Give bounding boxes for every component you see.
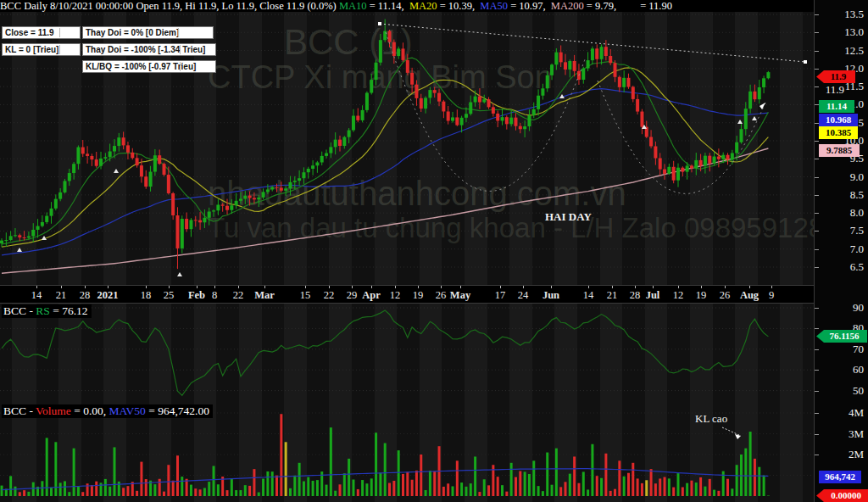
date-tick-label: 28 <box>630 289 641 302</box>
price-axis-label: 8.0 <box>850 208 864 218</box>
date-tickmark <box>460 286 461 288</box>
title-segment: = 964,742.00 <box>146 404 209 417</box>
chart-title-bar: BCC Daily 8/10/2021 00:00:00 Open 11.9, … <box>0 0 868 12</box>
date-tick-label: 28 <box>80 289 91 302</box>
date-tick-label: Jul <box>646 289 660 302</box>
axis-tickmark <box>815 249 819 250</box>
info-cell: Close = 11.9 <box>2 26 81 39</box>
date-tick-label: Mar <box>254 289 275 302</box>
rsi-axis-label: 50 <box>853 386 864 396</box>
axis-tickmark <box>815 69 819 70</box>
date-tick-label: 29 <box>347 289 358 302</box>
axis-tickmark <box>815 434 819 435</box>
date-tick-label: 24 <box>518 289 529 302</box>
date-tick-label: 19 <box>413 289 424 302</box>
rsi-axis-label: 70 <box>853 344 864 354</box>
date-tickmark <box>551 286 552 288</box>
title-segment: RS <box>36 304 50 317</box>
candlestick-series <box>0 20 770 270</box>
axis-tickmark <box>815 231 819 231</box>
rsi-value-tag: 76.1156 <box>816 330 867 343</box>
date-tickmark <box>653 286 654 288</box>
date-axis[interactable]: 14212820211825Feb822Mar152229Apr121926Ma… <box>0 285 814 304</box>
price-axis-label: 12.5 <box>844 46 864 56</box>
volume-value-tag: 0.00000 <box>816 489 868 502</box>
date-tick-label: 19 <box>696 289 707 302</box>
date-tick-label: 8 <box>212 289 217 302</box>
date-tickmark <box>197 286 198 288</box>
price-axis-label: 13.5 <box>844 9 864 20</box>
date-tickmark <box>169 286 170 288</box>
price-chart-panel[interactable]: BCC (1) CTCP Xi mang Bim Son nhadaututha… <box>0 12 814 285</box>
date-tickmark <box>725 286 726 288</box>
info-cell: KL = 0 [Trieu] <box>2 43 81 56</box>
price-axis-label: 9.0 <box>850 172 864 182</box>
price-axis-column[interactable]: 13.513.012.512.011.511.010.510.09.59.08.… <box>814 0 868 502</box>
date-tick-label: 22 <box>324 289 335 302</box>
price-axis-label: 8.5 <box>850 190 864 200</box>
date-tick-label: Apr <box>362 289 381 302</box>
title-segment: = 11.90 <box>616 0 672 12</box>
date-tick-label: 14 <box>583 289 594 302</box>
date-tickmark <box>329 286 330 288</box>
axis-tickmark <box>815 86 819 87</box>
axis-tickmark <box>815 213 819 214</box>
axis-tickmark <box>815 195 819 196</box>
price-axis-label: 7.0 <box>850 244 864 254</box>
volume-axis-label: 3M <box>849 429 864 439</box>
date-tickmark <box>678 286 679 288</box>
date-tick-label: 2021 <box>97 289 119 302</box>
date-tickmark <box>36 286 37 288</box>
date-tick-label: 12 <box>390 289 401 302</box>
rsi-line-chart[interactable] <box>0 304 814 404</box>
title-segment: BCC - <box>3 404 36 417</box>
date-tickmark <box>771 286 772 288</box>
volume-bar-chart[interactable] <box>0 404 814 502</box>
volume-axis-label: 4M <box>849 408 864 418</box>
charting-app-window: BCC Daily 8/10/2021 00:00:00 Open 11.9, … <box>0 0 868 502</box>
title-segment: = 11.14, <box>367 0 409 12</box>
axis-tickmark <box>815 455 819 455</box>
date-tick-label: 25 <box>164 289 175 302</box>
title-segment: MA10 <box>339 0 367 12</box>
date-tick-label: May <box>450 289 470 302</box>
date-tickmark <box>418 286 419 288</box>
date-tick-label: 26 <box>720 289 731 302</box>
date-tickmark <box>500 286 501 288</box>
volume-panel-title: BCC - Volume = 0.00, MAV50 = 964,742.00 <box>2 404 213 418</box>
date-tickmark <box>395 286 396 288</box>
axis-tickmark <box>815 32 819 33</box>
title-segment: = 9.79, <box>584 0 616 12</box>
axis-tickmark <box>815 51 819 52</box>
ma10-line <box>2 58 768 244</box>
axis-tickmark <box>815 413 819 414</box>
date-tickmark <box>701 286 702 288</box>
axis-tickmark <box>815 141 819 142</box>
rsi-gridlines <box>0 308 814 391</box>
ma200-value-tag: 9.7885 <box>819 144 860 157</box>
kl-cao-arrow <box>722 427 741 436</box>
date-tickmark <box>588 286 589 288</box>
volume-panel[interactable]: BCC - Volume = 0.00, MAV50 = 964,742.00 … <box>0 404 814 502</box>
axis-tickmark <box>815 391 819 392</box>
ma10-value-tag: 11.14 <box>819 100 854 113</box>
ma20-value-tag: 10.385 <box>819 126 858 139</box>
volume-annotation-kl-cao: KL cao <box>695 412 727 426</box>
axis-tickmark <box>815 267 819 268</box>
title-segment: MA50 <box>480 0 508 12</box>
date-tickmark <box>523 286 524 288</box>
rsi-panel-title: BCC - RS = 76.12 <box>2 304 92 318</box>
mav50-value-tag: 964,742 <box>819 471 861 483</box>
date-tickmark <box>214 286 215 288</box>
volume-gridlines <box>0 413 814 476</box>
info-cell: KL/BQ = -100% [-0.97 Trieu] <box>82 60 216 73</box>
price-axis-label: 7.5 <box>850 226 864 236</box>
date-tick-label: 22 <box>233 289 244 302</box>
date-tick-label: 12 <box>673 289 684 302</box>
title-segment: = 10.97, <box>508 0 551 12</box>
price-axis-label: 13.0 <box>844 27 864 37</box>
volume-axis-label: 2M <box>849 449 864 460</box>
arc-arrowhead <box>760 103 765 109</box>
rsi-indicator-panel[interactable]: BCC - RS = 76.12 <box>0 304 814 404</box>
volume-bars <box>2 414 768 496</box>
